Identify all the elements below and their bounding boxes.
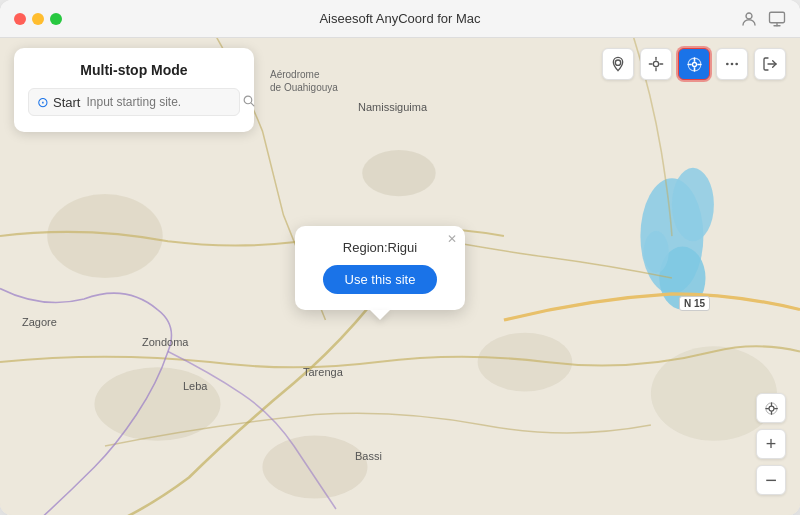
svg-line-17 (251, 103, 254, 106)
zoom-in-button[interactable]: + (756, 429, 786, 459)
start-label: ⊙ Start (37, 94, 80, 110)
app-window: Aiseesoft AnyCoord for Mac (0, 0, 800, 515)
svg-point-0 (746, 13, 752, 19)
popup-region-title: Region:Rigui (343, 240, 417, 255)
joystick-button[interactable] (678, 48, 710, 80)
map-toolbar (602, 48, 786, 80)
svg-point-12 (478, 333, 572, 392)
user-icon[interactable] (740, 10, 758, 28)
map-controls: + − (756, 393, 786, 495)
zoom-out-button[interactable]: − (756, 465, 786, 495)
use-this-site-button[interactable]: Use this site (323, 265, 438, 294)
crosshair-button[interactable] (640, 48, 672, 80)
svg-point-18 (615, 60, 620, 65)
fullscreen-button[interactable] (50, 13, 62, 25)
titlebar-actions (740, 10, 800, 28)
popup-close-button[interactable]: ✕ (447, 232, 457, 246)
window-title: Aiseesoft AnyCoord for Mac (319, 11, 480, 26)
multistop-title: Multi-stop Mode (28, 62, 240, 78)
close-button[interactable] (14, 13, 26, 25)
titlebar: Aiseesoft AnyCoord for Mac (0, 0, 800, 38)
map-area[interactable]: Aérodromede Ouahigouya Namissiguima Zago… (0, 38, 800, 515)
minimize-button[interactable] (32, 13, 44, 25)
map-popup: ✕ Region:Rigui Use this site (295, 226, 465, 310)
svg-rect-1 (770, 12, 785, 23)
pin-icon: ⊙ (37, 94, 49, 110)
location-pin-button[interactable] (602, 48, 634, 80)
svg-point-6 (672, 168, 714, 241)
road-label-n15: N 15 (679, 296, 710, 311)
svg-point-10 (362, 150, 435, 196)
svg-point-19 (653, 61, 658, 66)
svg-point-30 (726, 63, 729, 66)
start-input[interactable] (86, 95, 236, 109)
svg-point-24 (692, 62, 696, 66)
locate-me-button[interactable] (756, 393, 786, 423)
traffic-lights (0, 13, 62, 25)
svg-point-9 (47, 194, 162, 278)
exit-button[interactable] (754, 48, 786, 80)
svg-point-34 (769, 406, 774, 411)
popup-tail (370, 310, 390, 320)
more-options-button[interactable] (716, 48, 748, 80)
svg-point-32 (735, 63, 738, 66)
svg-point-14 (262, 436, 367, 499)
svg-point-8 (644, 231, 669, 273)
search-icon[interactable] (242, 94, 255, 110)
svg-point-31 (731, 63, 734, 66)
start-row: ⊙ Start (28, 88, 240, 116)
multistop-panel: Multi-stop Mode ⊙ Start (14, 48, 254, 132)
monitor-icon[interactable] (768, 10, 786, 28)
